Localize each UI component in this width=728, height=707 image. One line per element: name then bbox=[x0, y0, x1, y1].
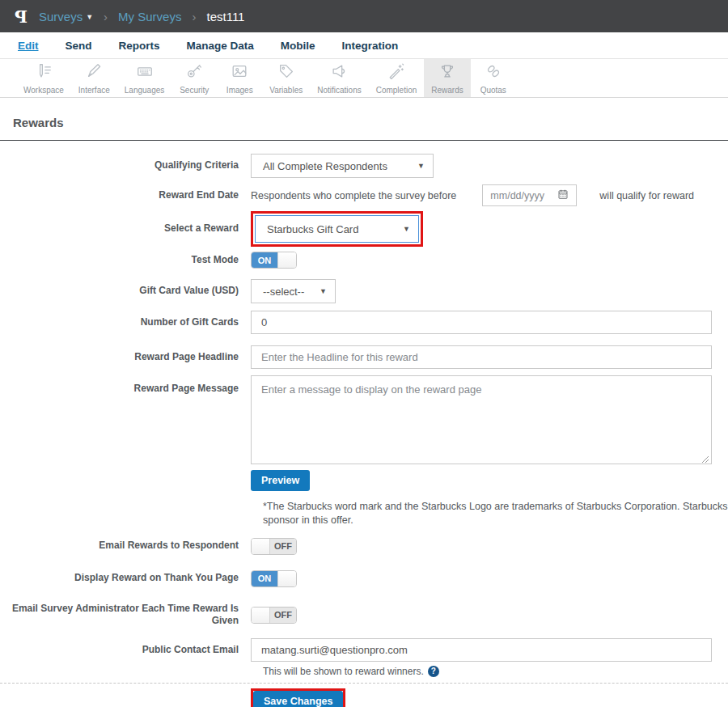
end-date-prefix-text: Respondents who complete the survey befo… bbox=[251, 190, 456, 201]
toolbar-item-workspace[interactable]: Workspace bbox=[16, 59, 71, 97]
preview-button[interactable]: Preview bbox=[251, 470, 310, 491]
pencil-list-icon bbox=[35, 62, 53, 83]
reward-end-date-label: Reward End Date bbox=[0, 189, 251, 202]
number-of-gift-cards-input[interactable] bbox=[251, 311, 712, 334]
tab-integration[interactable]: Integration bbox=[342, 40, 399, 52]
tag-icon bbox=[277, 62, 295, 83]
dashed-divider bbox=[0, 683, 728, 684]
toolbar-item-completion[interactable]: Completion bbox=[369, 59, 425, 97]
pen-icon bbox=[85, 62, 103, 83]
resize-grip-icon[interactable] bbox=[701, 452, 709, 460]
gift-card-value-label: Gift Card Value (USD) bbox=[0, 285, 251, 298]
toggle-knob bbox=[277, 571, 296, 586]
main-tab-bar: Edit Send Reports Manage Data Mobile Int… bbox=[0, 32, 728, 59]
page-title: Rewards bbox=[13, 116, 728, 129]
qualifying-criteria-select[interactable]: All Complete Respondents ▼ bbox=[251, 154, 434, 178]
tab-mobile[interactable]: Mobile bbox=[281, 40, 315, 52]
caret-down-icon: ▼ bbox=[417, 162, 425, 170]
help-question-icon[interactable]: ? bbox=[428, 666, 439, 677]
megaphone-icon bbox=[330, 62, 348, 83]
toolbar-item-images[interactable]: Images bbox=[217, 59, 262, 97]
trophy-icon bbox=[438, 62, 456, 83]
questionpro-logo[interactable]: P bbox=[11, 6, 31, 27]
starbucks-disclaimer-text: *The Starbucks word mark and the Starbuc… bbox=[263, 500, 728, 527]
key-icon bbox=[185, 62, 203, 83]
toggle-knob bbox=[252, 608, 270, 623]
display-reward-label: Display Reward on Thank You Page bbox=[0, 572, 251, 585]
toolbar-item-interface[interactable]: Interface bbox=[71, 59, 117, 97]
save-changes-button[interactable]: Save Changes bbox=[253, 691, 343, 707]
email-rewards-toggle[interactable]: OFF bbox=[251, 538, 297, 555]
reward-page-headline-label: Reward Page Headline bbox=[0, 351, 251, 364]
toolbar-item-security[interactable]: Security bbox=[171, 59, 217, 97]
breadcrumb-separator-icon: › bbox=[189, 10, 198, 23]
toolbar-item-variables[interactable]: Variables bbox=[262, 59, 310, 97]
chain-links-icon bbox=[485, 62, 502, 83]
image-icon bbox=[231, 62, 248, 83]
gift-card-value-select[interactable]: --select-- ▼ bbox=[251, 279, 336, 303]
tab-send[interactable]: Send bbox=[66, 40, 92, 52]
caret-down-icon: ▼ bbox=[403, 225, 410, 233]
tab-edit[interactable]: Edit bbox=[18, 40, 39, 52]
toolbar-item-notifications[interactable]: Notifications bbox=[310, 59, 368, 97]
tab-reports[interactable]: Reports bbox=[119, 40, 160, 52]
public-contact-email-input[interactable] bbox=[251, 638, 712, 662]
annotation-highlight-box: Save Changes bbox=[251, 688, 345, 707]
number-of-gift-cards-label: Number of Gift Cards bbox=[0, 316, 251, 329]
reward-end-date-input[interactable]: mm/dd/yyyy bbox=[482, 184, 577, 206]
chevron-down-icon: ▼ bbox=[86, 13, 93, 21]
toggle-knob bbox=[252, 539, 270, 554]
reward-page-headline-input[interactable] bbox=[251, 345, 712, 369]
breadcrumb-separator-icon: › bbox=[101, 10, 110, 23]
magic-wand-icon bbox=[387, 62, 405, 83]
reward-page-message-label: Reward Page Message bbox=[0, 375, 251, 396]
test-mode-label: Test Mode bbox=[0, 254, 251, 267]
heading-divider bbox=[0, 140, 728, 141]
breadcrumb-survey-name: test111 bbox=[206, 10, 244, 23]
calendar-icon[interactable] bbox=[557, 188, 569, 203]
tab-manage-data[interactable]: Manage Data bbox=[187, 40, 254, 52]
toolbar-item-rewards[interactable]: Rewards bbox=[424, 59, 470, 97]
test-mode-toggle[interactable]: ON bbox=[251, 252, 297, 269]
reward-page-message-textarea[interactable] bbox=[251, 375, 712, 464]
email-rewards-label: Email Rewards to Respondent bbox=[0, 540, 251, 552]
toolbar-item-quotas[interactable]: Quotas bbox=[471, 59, 516, 97]
rewards-form: Qualifying Criteria All Complete Respond… bbox=[0, 154, 728, 707]
edit-sections-toolbar: Workspace Interface Languages Security I… bbox=[0, 59, 728, 98]
breadcrumb-my-surveys[interactable]: My Surveys bbox=[118, 10, 181, 23]
annotation-highlight-box: Starbucks Gift Card ▼ bbox=[251, 211, 423, 247]
qualifying-criteria-label: Qualifying Criteria bbox=[0, 159, 251, 172]
select-reward-label: Select a Reward bbox=[0, 222, 251, 235]
breadcrumb-surveys[interactable]: Surveys▼ bbox=[39, 10, 93, 23]
email-admin-toggle[interactable]: OFF bbox=[251, 607, 297, 624]
display-reward-toggle[interactable]: ON bbox=[251, 570, 297, 587]
top-navigation-bar: P Surveys▼ › My Surveys › test111 bbox=[0, 0, 728, 32]
contact-email-helper-text: This will be shown to reward winners. bbox=[263, 666, 424, 677]
end-date-suffix-text: will qualify for reward bbox=[599, 190, 694, 201]
toolbar-item-languages[interactable]: Languages bbox=[117, 59, 172, 97]
select-reward-select[interactable]: Starbucks Gift Card ▼ bbox=[255, 215, 419, 243]
public-contact-email-label: Public Contact Email bbox=[0, 644, 251, 657]
caret-down-icon: ▼ bbox=[320, 287, 327, 295]
toggle-knob bbox=[277, 252, 296, 268]
keyboard-icon bbox=[136, 62, 154, 83]
email-admin-label: Email Survey Administrator Each Time Rew… bbox=[0, 603, 251, 628]
